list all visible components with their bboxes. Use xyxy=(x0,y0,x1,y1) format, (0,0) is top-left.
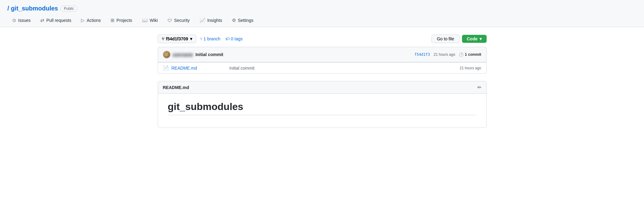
branch-dropdown-icon: ▾ xyxy=(190,36,192,41)
visibility-badge: Public xyxy=(60,6,77,12)
readme-body: git_submodules xyxy=(158,94,486,128)
nav-item-insights[interactable]: 📈 Insights xyxy=(195,14,227,27)
tags-label: tags xyxy=(234,36,242,41)
nav-label-projects: Projects xyxy=(116,18,132,23)
branches-label: branch xyxy=(207,36,221,41)
avatar: U xyxy=(163,51,170,58)
branch-selector-icon: ⑂ xyxy=(162,36,164,41)
branches-count: 1 xyxy=(204,36,206,41)
actions-icon: ▷ xyxy=(81,18,85,23)
history-icon: 🕐 xyxy=(459,52,464,57)
nav-label-insights: Insights xyxy=(207,18,222,23)
nav-label-security: Security xyxy=(174,18,190,23)
tags-count: 0 xyxy=(231,36,233,41)
wiki-icon: 📖 xyxy=(142,18,148,23)
issues-icon: ⊙ xyxy=(12,18,16,23)
nav-item-actions[interactable]: ▷ Actions xyxy=(76,14,106,27)
repo-title-prefix: / xyxy=(7,5,11,12)
nav-item-security[interactable]: 🛡 Security xyxy=(163,15,195,27)
go-to-file-button[interactable]: Go to file xyxy=(431,35,459,43)
nav-item-wiki[interactable]: 📖 Wiki xyxy=(137,14,163,27)
settings-icon: ⚙ xyxy=(232,18,236,23)
readme-title: README.md xyxy=(163,85,189,90)
insights-icon: 📈 xyxy=(200,18,205,23)
nav-item-issues[interactable]: ⊙ Issues xyxy=(7,14,35,27)
nav-label-wiki: Wiki xyxy=(150,18,158,23)
commit-count: 1 xyxy=(465,52,467,57)
main-content: ⑂ f54d1f3709 ▾ ⑂ 1 branch 🏷 0 tags Go to… xyxy=(153,27,492,135)
repo-title[interactable]: / git_submodules xyxy=(7,5,58,12)
nav-item-projects[interactable]: ⊞ Projects xyxy=(106,14,137,27)
file-nav-bar: ⑂ f54d1f3709 ▾ ⑂ 1 branch 🏷 0 tags Go to… xyxy=(158,35,487,43)
file-time: 21 hours ago xyxy=(451,66,481,70)
nav-item-pull-requests[interactable]: ⇄ Pull requests xyxy=(35,14,76,27)
repo-header: / git_submodules Public ⊙ Issues ⇄ Pull … xyxy=(0,0,644,27)
commit-bar: U username Initial commit f54d1f3 21 hou… xyxy=(158,47,487,62)
nav-item-settings[interactable]: ⚙ Settings xyxy=(227,14,258,27)
file-list: 📄 README.md Initial commit 21 hours ago xyxy=(158,62,487,74)
commit-label: commit xyxy=(468,52,481,57)
pull-requests-icon: ⇄ xyxy=(40,18,44,23)
file-nav-right: Go to file Code ▾ xyxy=(431,35,486,43)
file-commit-message: Initial commit xyxy=(229,66,448,71)
readme-header: README.md ✏ xyxy=(158,81,486,94)
tags-link[interactable]: 🏷 0 tags xyxy=(225,36,243,41)
nav-label-issues: Issues xyxy=(18,18,30,23)
nav-label-settings: Settings xyxy=(238,18,253,23)
table-row: 📄 README.md Initial commit 21 hours ago xyxy=(158,62,486,73)
security-icon: 🛡 xyxy=(168,18,172,23)
commit-author[interactable]: username xyxy=(173,52,193,57)
branch-tag-links: ⑂ 1 branch 🏷 0 tags xyxy=(200,36,243,41)
commit-message: Initial commit xyxy=(196,52,223,57)
repo-title-row: / git_submodules Public xyxy=(7,5,637,14)
code-button-label: Code xyxy=(467,36,478,41)
tags-icon: 🏷 xyxy=(225,36,230,41)
avatar-text: U xyxy=(165,53,168,56)
commit-sha[interactable]: f54d1f3 xyxy=(414,52,430,57)
projects-icon: ⊞ xyxy=(111,18,115,23)
branch-selector-button[interactable]: ⑂ f54d1f3709 ▾ xyxy=(158,35,196,43)
branches-link[interactable]: ⑂ 1 branch xyxy=(200,36,221,41)
nav-label-pull-requests: Pull requests xyxy=(46,18,71,23)
commit-time: 21 hours ago xyxy=(434,52,455,57)
commit-bar-left: U username Initial commit xyxy=(163,51,223,58)
branches-count-icon: ⑂ xyxy=(200,36,202,41)
file-name[interactable]: README.md xyxy=(172,66,227,71)
repo-nav: ⊙ Issues ⇄ Pull requests ▷ Actions ⊞ Pro… xyxy=(7,14,637,27)
readme-section: README.md ✏ git_submodules xyxy=(158,81,487,128)
readme-heading: git_submodules xyxy=(168,101,476,115)
file-nav-left: ⑂ f54d1f3709 ▾ ⑂ 1 branch 🏷 0 tags xyxy=(158,35,243,43)
code-button[interactable]: Code ▾ xyxy=(462,35,487,43)
commit-count-link[interactable]: 🕐 1 commit xyxy=(459,52,481,57)
file-icon: 📄 xyxy=(163,65,169,71)
code-dropdown-icon: ▾ xyxy=(480,36,482,41)
repo-name[interactable]: git_submodules xyxy=(11,5,58,12)
branch-selector-label: f54d1f3709 xyxy=(166,36,188,41)
commit-bar-right: f54d1f3 21 hours ago 🕐 1 commit xyxy=(414,52,481,57)
readme-edit-icon[interactable]: ✏ xyxy=(477,84,481,90)
nav-label-actions: Actions xyxy=(87,18,101,23)
